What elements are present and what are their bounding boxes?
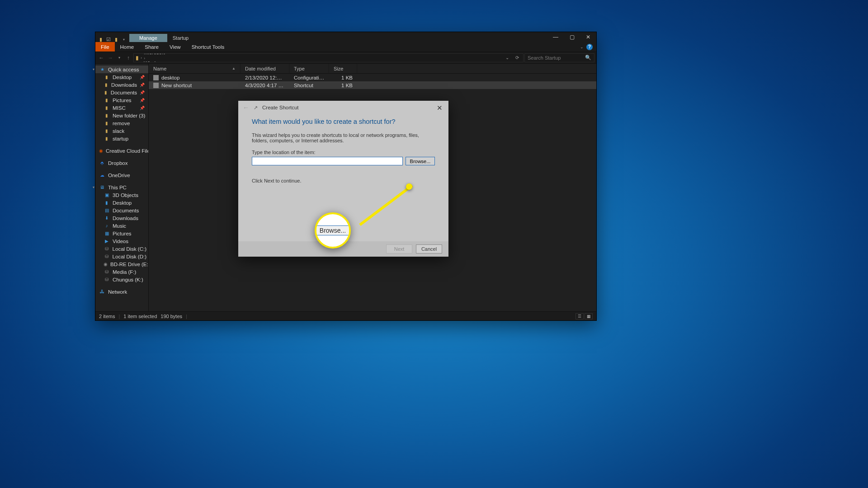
ribbon-expand-icon[interactable]: ⌄ xyxy=(580,45,584,49)
close-button[interactable]: ✕ xyxy=(580,32,596,42)
folder-icon: ▶ xyxy=(104,239,110,244)
home-tab[interactable]: Home xyxy=(115,42,140,52)
nav-item[interactable]: ▮Desktop xyxy=(95,199,148,206)
nav-item[interactable]: ▮MISC📌 xyxy=(95,104,148,112)
nav-item-label: Local Disk (D:) xyxy=(113,254,146,259)
refresh-icon[interactable]: ⟳ xyxy=(513,55,521,60)
nav-item[interactable]: ▮New folder (3) xyxy=(95,112,148,119)
nav-item-label: Creative Cloud Files xyxy=(106,148,149,154)
nav-item-label: Desktop xyxy=(113,200,132,206)
nav-item[interactable]: ⛁Local Disk (C:) xyxy=(95,245,148,253)
back-button[interactable]: ← xyxy=(97,55,105,61)
folder-icon: ▮ xyxy=(104,121,110,126)
search-input[interactable]: Search Startup 🔍 xyxy=(524,53,594,62)
nav-item-label: Pictures xyxy=(113,98,132,103)
nav-item[interactable]: ⬘Dropbox xyxy=(95,159,148,167)
nav-item[interactable]: ▮remove xyxy=(95,119,148,127)
nav-item[interactable]: ◉Creative Cloud Files xyxy=(95,147,148,155)
nav-item-label: Desktop xyxy=(113,75,132,80)
dialog-title: Create Shortcut xyxy=(262,105,299,110)
quick-access-icon: ★ xyxy=(99,67,105,72)
folder-icon: ⛁ xyxy=(104,246,110,251)
file-tab[interactable]: File xyxy=(95,42,115,52)
address-bar[interactable]: ▮ › jd laukkonen › AppData › Roaming › M… xyxy=(133,53,524,62)
pin-icon: 📌 xyxy=(140,98,146,103)
folder-icon: ▦ xyxy=(104,231,110,236)
shortcut-tools-tab[interactable]: Shortcut Tools xyxy=(186,42,230,52)
dialog-close-button[interactable]: ✕ xyxy=(434,103,445,113)
search-placeholder: Search Startup xyxy=(528,55,561,61)
file-row[interactable]: New shortcut4/3/2020 4:17 PMShortcut1 KB xyxy=(149,81,596,89)
nav-item[interactable]: ▦Pictures xyxy=(95,230,148,237)
nav-item-label: New folder (3) xyxy=(113,113,145,118)
view-tab[interactable]: View xyxy=(164,42,186,52)
annotation-callout: Browse... xyxy=(315,212,351,249)
nav-item[interactable]: ▾🖥This PC xyxy=(95,183,148,191)
new-folder-icon[interactable]: ▮ xyxy=(113,37,119,42)
nav-item[interactable]: ▮Pictures📌 xyxy=(95,96,148,104)
file-type: Configuration sett... xyxy=(289,75,329,80)
file-date: 2/13/2020 12:08 PM xyxy=(241,75,289,80)
nav-item[interactable]: ▮Desktop📌 xyxy=(95,73,148,81)
column-date[interactable]: Date modified xyxy=(241,64,289,73)
folder-icon: ▮ xyxy=(98,37,104,42)
nav-item[interactable]: ▮Documents📌 xyxy=(95,89,148,96)
nav-item[interactable]: ▮Downloads📌 xyxy=(95,81,148,89)
nav-item-label: Documents xyxy=(113,208,139,213)
recent-dropdown-icon[interactable]: ▾ xyxy=(115,56,123,60)
help-icon[interactable]: ? xyxy=(586,44,593,50)
browse-button[interactable]: Browse... xyxy=(406,157,435,165)
manage-context-tab[interactable]: Manage xyxy=(129,34,167,42)
address-bar-row: ← → ▾ ↑ ▮ › jd laukkonen › AppData › Roa… xyxy=(95,52,596,64)
nav-item-label: Network xyxy=(108,289,127,295)
pin-icon: 📌 xyxy=(140,106,146,110)
nav-item[interactable]: ⛁Chungus (K:) xyxy=(95,276,148,283)
qat-dropdown-icon[interactable]: ▾ xyxy=(121,37,127,42)
folder-icon: ▮ xyxy=(104,90,108,95)
nav-item-label: Downloads xyxy=(113,216,138,221)
nav-item[interactable]: ▣3D Objects xyxy=(95,191,148,199)
breadcrumb-segment[interactable]: Windows xyxy=(144,61,173,62)
nav-item[interactable]: ▮startup xyxy=(95,135,148,142)
forward-button[interactable]: → xyxy=(106,55,114,61)
nav-item[interactable]: ▤Documents xyxy=(95,206,148,214)
next-button[interactable]: Next xyxy=(386,244,412,253)
file-name: New shortcut xyxy=(161,83,192,88)
address-dropdown-icon[interactable]: ⌄ xyxy=(503,55,511,60)
pin-icon: 📌 xyxy=(140,75,146,80)
maximize-button[interactable]: ▢ xyxy=(564,32,580,42)
folder-icon: ▮ xyxy=(104,113,110,118)
nav-item-label: Quick access xyxy=(108,67,139,72)
nav-item-label: Dropbox xyxy=(108,160,127,166)
nav-item-label: OneDrive xyxy=(108,173,130,178)
nav-item[interactable]: ⛁Media (F:) xyxy=(95,268,148,276)
column-type[interactable]: Type xyxy=(289,64,329,73)
location-input[interactable] xyxy=(252,157,403,165)
details-view-button[interactable]: ☰ xyxy=(576,313,584,319)
nav-item[interactable]: ◉BD-RE Drive (E:) GG xyxy=(95,260,148,268)
nav-item[interactable]: ♪Music xyxy=(95,222,148,230)
icons-view-button[interactable]: ▦ xyxy=(585,313,593,319)
nav-item[interactable]: 🖧Network xyxy=(95,288,148,296)
column-size[interactable]: Size xyxy=(329,64,357,73)
properties-icon[interactable]: ☑ xyxy=(106,37,111,42)
breadcrumb-segment[interactable]: Microsoft xyxy=(144,53,173,55)
annotation-text: Browse... xyxy=(316,225,349,235)
cancel-button[interactable]: Cancel xyxy=(416,244,442,253)
nav-item[interactable]: ▮slack xyxy=(95,127,148,135)
dialog-heading: What item would you like to create a sho… xyxy=(252,118,435,125)
dialog-back-icon[interactable]: ← xyxy=(243,104,249,111)
file-row[interactable]: desktop2/13/2020 12:08 PMConfiguration s… xyxy=(149,74,596,81)
nav-item[interactable]: ▾★Quick access xyxy=(95,66,148,73)
up-button[interactable]: ↑ xyxy=(124,55,132,61)
minimize-button[interactable]: — xyxy=(547,32,564,42)
nav-item[interactable]: ☁OneDrive xyxy=(95,171,148,179)
column-name[interactable]: Name▲ xyxy=(149,64,241,73)
continue-hint: Click Next to continue. xyxy=(252,178,435,183)
nav-item[interactable]: ⛁Local Disk (D:) xyxy=(95,253,148,260)
nav-item[interactable]: ▶Videos xyxy=(95,237,148,245)
share-tab[interactable]: Share xyxy=(139,42,164,52)
pin-icon: 📌 xyxy=(140,90,146,95)
nav-item[interactable]: ⬇Downloads xyxy=(95,214,148,222)
nav-item-label: remove xyxy=(113,121,130,126)
